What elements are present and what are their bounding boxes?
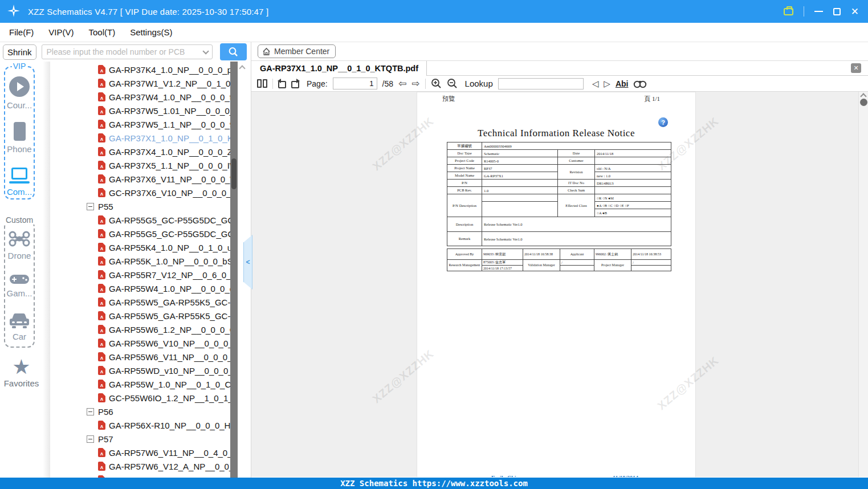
tree-file-row[interactable]: ʌGA-RP37X4_1.0_NP__0_0_0_ZXc: [50, 145, 230, 158]
two-page-view-icon[interactable]: [257, 79, 267, 88]
tree-scrollbar[interactable]: [230, 62, 238, 478]
collapse-minus-icon[interactable]: [87, 435, 94, 443]
close-button[interactable]: ✕: [851, 7, 859, 17]
pdf-file-icon: ʌ: [98, 298, 105, 307]
menu-file[interactable]: File(F): [9, 27, 34, 37]
collapse-minus-icon[interactable]: [87, 203, 94, 210]
member-center-button[interactable]: Member Center: [258, 44, 336, 58]
sidebar-item-favorites[interactable]: ★ Favorites: [0, 357, 43, 388]
sidebar-item-drone[interactable]: Drone: [5, 230, 34, 260]
rotate-left-icon[interactable]: [278, 81, 286, 88]
drone-icon: [9, 230, 30, 247]
tree-file-row[interactable]: ʌGA-RP55G5_GC-P55G5DC_GC-P: [50, 227, 230, 241]
search-button[interactable]: [220, 43, 247, 60]
date-value: 2014/11/18: [595, 150, 671, 157]
tree-file-row[interactable]: ʌGA-RP55W4_1.0_NP__0_0_0_o7: [50, 282, 230, 295]
tree-file-row[interactable]: ʌGA-RP55W6_1.2_NP__0_0_0_OR: [50, 323, 230, 336]
find-next-icon[interactable]: ▷: [604, 79, 610, 88]
tree-scrollbar-thumb[interactable]: [231, 158, 237, 189]
document-tab[interactable]: GA-RP37X1_1.0_NP__0_1_0_KTQTB.pdf: [251, 61, 427, 76]
vip-group-label: VIP: [12, 62, 27, 71]
tree-file-row[interactable]: ʌGA-RP55WD_v10_NP__0_0_0_rN: [50, 364, 230, 377]
tree-file-row[interactable]: ʌGA-RP55W_1.0_NP__0_1_0_CcR: [50, 377, 230, 391]
tree-file-row[interactable]: ʌGC-P55W6IO_1.2_NP__1_0_1_L0: [50, 391, 230, 405]
sidebar-item-computer[interactable]: Com...: [5, 168, 34, 197]
pdf-file-icon: ʌ: [98, 325, 105, 334]
rotate-right-icon[interactable]: [291, 81, 299, 88]
sidebar-scroll-strip[interactable]: [43, 62, 50, 478]
tree-group-row[interactable]: P55: [50, 199, 230, 213]
tree-file-row[interactable]: ʌGA-RP37X1_1.0_NP__0_1_0_KTQ: [50, 131, 230, 145]
match-case-icon[interactable]: Abi: [616, 79, 629, 88]
menu-settings[interactable]: Settings(S): [130, 27, 172, 37]
vip-briefcase-icon[interactable]: [784, 8, 793, 15]
scroll-up-icon[interactable]: [238, 63, 246, 71]
tree-item-label: GA-RP57W6_V12_A_NP__0_0_0_: [109, 462, 230, 471]
document-title: Technical Information Release Notice: [417, 128, 695, 139]
lookup-input[interactable]: [498, 78, 584, 89]
close-tab-icon[interactable]: ✕: [851, 63, 861, 73]
pdf-viewer[interactable]: XZZ@XZZHK XZZ@XZZHK XZZ@XZZHK XZZ@XZZHK …: [251, 92, 868, 477]
zoom-out-icon[interactable]: [447, 78, 458, 89]
game-label: Gam...: [6, 288, 32, 298]
search-row: Shrink: [0, 42, 251, 62]
tree-file-row[interactable]: ʌGA-RP57W7_V20_NP__0_2_0_K9: [50, 473, 230, 478]
tree-file-row[interactable]: ʌGA-RP37W5_1.1_NP__0_0_0_90I: [50, 117, 230, 131]
tree-file-row[interactable]: ʌGA-RP55W6_V11_NP__0_0_0_sN: [50, 350, 230, 364]
help-icon[interactable]: ?: [658, 117, 668, 127]
tree-file-row[interactable]: ʌGA-RP55R7_V12_NP__0_6_0_oV: [50, 268, 230, 282]
tree-file-row[interactable]: ʌGA-RP37W5_1.01_NP__0_0_0_Z: [50, 104, 230, 117]
next-page-icon[interactable]: ⇨: [411, 79, 419, 88]
shrink-button[interactable]: Shrink: [3, 44, 36, 60]
sidebar-item-car[interactable]: Car: [5, 312, 34, 341]
file-tree: ʌGA-RP37K4_1.0_NP__0_0_0_pmʌGA-RP37W1_V1…: [50, 62, 230, 478]
maximize-button[interactable]: [833, 8, 841, 15]
tree-file-row[interactable]: ʌGC-RP37X6_V10_NP__0_0_0_di7: [50, 186, 230, 199]
search-input[interactable]: [47, 46, 199, 58]
tree-file-row[interactable]: ʌGA-RP37W4_1.0_NP__0_0_0_tT2: [50, 90, 230, 104]
tree-file-row[interactable]: ʌGA-RP55G5_GC-P55G5DC_GC-P: [50, 213, 230, 227]
prev-page-icon[interactable]: ⇦: [398, 79, 406, 88]
sidebar-item-game[interactable]: Gam...: [5, 274, 34, 298]
sidebar-item-phone[interactable]: Phone: [5, 122, 34, 154]
menu-tool[interactable]: Tool(T): [89, 27, 116, 37]
panel-collapse-handle[interactable]: <: [243, 235, 252, 290]
tree-file-row[interactable]: ʌGA-RP55W5_GA-RP55K5_GC-P5: [50, 295, 230, 309]
tree-file-row[interactable]: ʌGA-RP37W1_V1.2_NP__0_1_0_Y: [50, 76, 230, 90]
chevron-down-icon[interactable]: [202, 48, 209, 54]
viewer-scrollbar[interactable]: [858, 92, 868, 477]
tree-file-row[interactable]: ʌGA-RP55W5_GA-RP55K5_GC-P5: [50, 309, 230, 323]
tree-item-label: GA-RP37W4_1.0_NP__0_0_0_tT2: [109, 92, 230, 102]
collapse-minus-icon[interactable]: [87, 408, 94, 415]
viewer-scrollbar-thumb[interactable]: [860, 99, 867, 106]
tree-file-row[interactable]: ʌGA-RP55W6_V10_NP__0_0_0_FA: [50, 336, 230, 350]
pdf-file-icon: ʌ: [98, 229, 105, 238]
tab-bar: GA-RP37X1_1.0_NP__0_1_0_KTQTB.pdf ✕: [251, 61, 868, 76]
minimize-button[interactable]: [814, 11, 823, 12]
tree-item-label: GA-RP37X1_1.0_NP__0_1_0_KTQ: [109, 133, 230, 143]
pdf-file-icon: ʌ: [98, 133, 105, 142]
tree-file-row[interactable]: ʌGA-RP57W6_V11_NP__0_4_0_vF: [50, 446, 230, 459]
sidebar-item-course[interactable]: Cour...: [5, 76, 34, 110]
project-name-value: RP37: [482, 165, 558, 172]
applicant-value: 996002 /黃士銘: [594, 249, 631, 260]
pdf-file-icon: ʌ: [98, 380, 105, 389]
page-number-input[interactable]: [333, 78, 377, 89]
project-mgr-value: /: [631, 260, 671, 266]
tree-file-row[interactable]: ʌGA-RP37X5_1.1_NP__0_0_0_IWX: [50, 158, 230, 172]
tree-file-row[interactable]: ʌGA-RP55K4_1.0_NP__0_1_0_u06: [50, 241, 230, 254]
toolbar-separator: [272, 79, 273, 89]
binoculars-icon[interactable]: [633, 79, 647, 88]
tree-item-label: GC-RP37X6_V10_NP__0_0_0_di7: [109, 188, 230, 198]
tree-file-row[interactable]: ʌGA-RP55K_1.0_NP__0_0_0_bS3C: [50, 254, 230, 268]
tree-file-row[interactable]: ʌGA-RP37K4_1.0_NP__0_0_0_pm: [50, 63, 230, 76]
model-search-combo[interactable]: [42, 44, 213, 59]
tree-file-row[interactable]: ʌGA-RP57W6_V12_A_NP__0_0_0_: [50, 459, 230, 473]
tree-file-row[interactable]: ʌGA-RP37X6_V11_NP__0_0_0_WV: [50, 172, 230, 186]
tree-group-row[interactable]: P56: [50, 405, 230, 418]
tree-group-row[interactable]: P57: [50, 432, 230, 446]
menu-vip[interactable]: VIP(V): [48, 27, 74, 37]
find-prev-icon[interactable]: ◁: [592, 79, 599, 88]
tree-file-row[interactable]: ʌGA-RP56X-R10_NP__0_0_0_Hg6: [50, 418, 230, 432]
zoom-in-icon[interactable]: [431, 78, 442, 89]
